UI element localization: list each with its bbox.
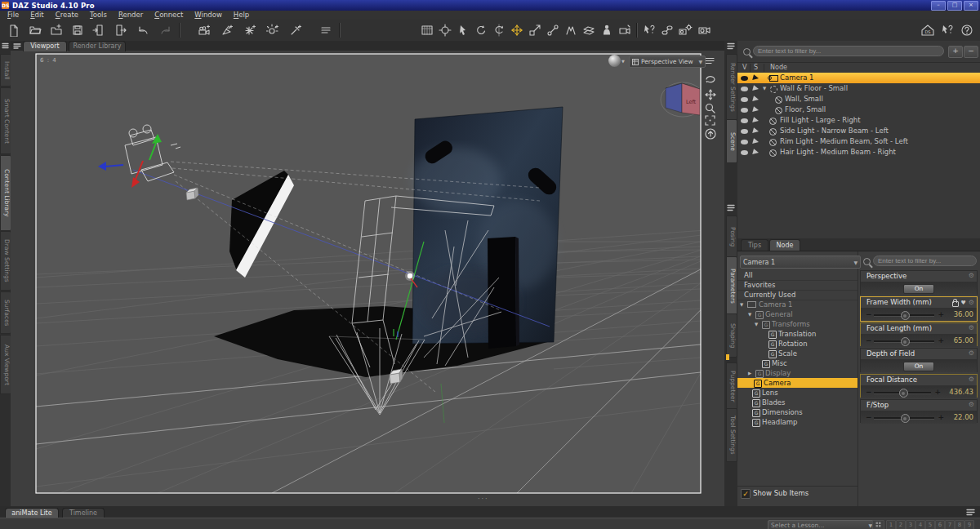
slider-track[interactable]	[874, 314, 934, 317]
camera-view-tool-icon[interactable]	[616, 21, 634, 39]
param-value[interactable]: 65.00	[954, 335, 973, 347]
save-icon[interactable]	[67, 21, 88, 39]
slider-handle[interactable]	[901, 311, 910, 320]
pan-view-icon[interactable]	[705, 89, 716, 102]
orbit-tool-icon[interactable]	[490, 21, 508, 39]
gear-icon[interactable]	[969, 325, 974, 331]
scene-node-row[interactable]: Rim Light - Medium Beam, Soft - Left	[737, 136, 980, 147]
slider-track[interactable]	[874, 340, 934, 343]
nudge-down-button[interactable]: −	[866, 335, 872, 347]
lesson-number-button[interactable]: 2	[896, 520, 906, 529]
column-prop[interactable]	[488, 237, 519, 349]
figure-setup-icon[interactable]	[598, 21, 616, 39]
import-icon[interactable]	[88, 21, 109, 39]
visibility-eye-icon[interactable]	[741, 108, 748, 113]
param-tree-translation[interactable]: Translation	[737, 329, 858, 339]
undo-icon[interactable]	[131, 21, 155, 39]
tab-viewport[interactable]: Viewport	[23, 41, 67, 51]
export-icon[interactable]	[109, 21, 131, 39]
expander-icon[interactable]	[748, 368, 751, 378]
gear-icon[interactable]	[969, 402, 974, 408]
scale-tool-icon[interactable]	[526, 21, 544, 39]
minimize-button[interactable]: –	[931, 1, 946, 11]
scene-node-row[interactable]: Floor, Small	[737, 104, 980, 115]
menu-render[interactable]: Render	[113, 11, 149, 20]
param-tree-scale[interactable]: Scale	[737, 349, 858, 358]
help-icon[interactable]	[957, 21, 977, 39]
render-icon[interactable]	[418, 21, 436, 39]
param-tree-display[interactable]: Display	[737, 368, 858, 378]
lesson-number-button[interactable]: 9	[964, 520, 974, 529]
slider-handle[interactable]	[899, 389, 908, 398]
selectable-cursor-icon[interactable]	[752, 117, 760, 124]
slider-handle[interactable]	[901, 337, 910, 346]
param-value[interactable]: 436.43	[949, 386, 973, 398]
expander-icon[interactable]	[755, 319, 758, 329]
lesson-selector-dropdown[interactable]: Select a Lesson... ▼	[768, 520, 875, 529]
lesson-number-button[interactable]: 7	[945, 520, 955, 529]
zoom-view-icon[interactable]	[705, 103, 715, 115]
new-point-light-icon[interactable]	[238, 21, 261, 39]
scene-filter-input[interactable]	[753, 46, 944, 56]
scene-node-row[interactable]: Fill Light - Large - Right	[737, 115, 980, 126]
param-tree-rotation[interactable]: Rotation	[737, 339, 858, 349]
param-tree-headlamp[interactable]: Headlamp	[737, 417, 858, 427]
camera-settings-icon[interactable]	[676, 21, 694, 39]
viewport-pane-menu-icon[interactable]	[13, 42, 21, 51]
selectable-cursor-icon[interactable]	[752, 74, 760, 82]
dock-tab-smart-content[interactable]: Smart Content	[0, 87, 11, 154]
scene-node-row[interactable]: Wall & Floor - Small	[737, 83, 980, 94]
menu-edit[interactable]: Edit	[24, 11, 49, 20]
nudge-down-button[interactable]: −	[866, 411, 872, 424]
slider-track[interactable]	[874, 392, 931, 394]
surface-selection-tool-icon[interactable]	[580, 21, 598, 39]
new-distant-light-icon[interactable]	[261, 21, 284, 39]
create-null-icon[interactable]	[315, 21, 336, 39]
open-file-icon[interactable]	[24, 21, 46, 39]
node-label[interactable]: Wall, Small	[785, 94, 823, 104]
tab-render-library[interactable]: Render Library	[69, 41, 126, 51]
visibility-eye-icon[interactable]	[741, 150, 748, 155]
lesson-grid-button[interactable]	[872, 520, 884, 529]
param-value[interactable]: 22.00	[954, 411, 973, 424]
dock-tab-draw-settings[interactable]: Draw Settings	[0, 231, 11, 291]
ds-home-icon[interactable]: DS	[918, 21, 938, 39]
node-label[interactable]: Wall & Floor - Small	[780, 83, 848, 94]
nav-cube[interactable]: Left	[661, 82, 705, 117]
lesson-number-button[interactable]: 4	[915, 520, 925, 529]
translate-tool-icon[interactable]	[508, 21, 526, 39]
dock-tab-tool-settings[interactable]: Tool Settings	[726, 408, 737, 462]
dof-toggle-button[interactable]: On	[903, 362, 934, 371]
param-tree-general[interactable]: General	[737, 309, 858, 319]
favorite-heart-icon[interactable]	[961, 300, 966, 306]
new-camera-icon[interactable]	[193, 21, 216, 39]
expand-all-button[interactable]: +	[948, 46, 963, 58]
expander-icon[interactable]	[740, 300, 743, 309]
node-label[interactable]: Camera 1	[780, 73, 813, 83]
nudge-up-button[interactable]: +	[938, 335, 944, 347]
node-selector-dropdown[interactable]: Camera 1 ▼	[740, 256, 861, 269]
param-tree-camera1[interactable]: Camera 1	[737, 300, 858, 309]
lesson-number-button[interactable]: 6	[935, 520, 945, 529]
dock-tab-shaping[interactable]: Shaping	[726, 313, 737, 358]
node-label[interactable]: Side Light - Narrow Beam - Left	[780, 126, 889, 136]
nudge-down-button[interactable]: −	[866, 386, 872, 398]
pointer-options-icon[interactable]	[640, 21, 658, 39]
view-selector-dropdown[interactable]: Perspective View ▼	[629, 56, 706, 68]
joint-editor-tool-icon[interactable]	[544, 21, 562, 39]
expander-icon[interactable]	[763, 83, 766, 94]
lesson-number-button[interactable]: 3	[906, 520, 915, 529]
right-dock-menu-icon[interactable]	[727, 42, 735, 51]
selectable-cursor-icon[interactable]	[752, 149, 760, 156]
close-button[interactable]: ×	[964, 1, 978, 11]
scene-node-row[interactable]: Hair Light - Medium Beam - Right	[737, 147, 980, 158]
expander-icon[interactable]	[748, 309, 751, 319]
selectable-cursor-icon[interactable]	[752, 127, 760, 135]
visibility-eye-icon[interactable]	[741, 118, 748, 123]
node-label[interactable]: Hair Light - Medium Beam - Right	[780, 147, 896, 158]
scene-node-row[interactable]: Wall, Small	[737, 94, 980, 104]
maximize-button[interactable]: □	[947, 1, 962, 11]
param-tree-blades[interactable]: Blades	[737, 398, 858, 407]
aim-tool-icon[interactable]	[436, 21, 454, 39]
right-dock-menu-icon-2[interactable]	[727, 204, 735, 213]
